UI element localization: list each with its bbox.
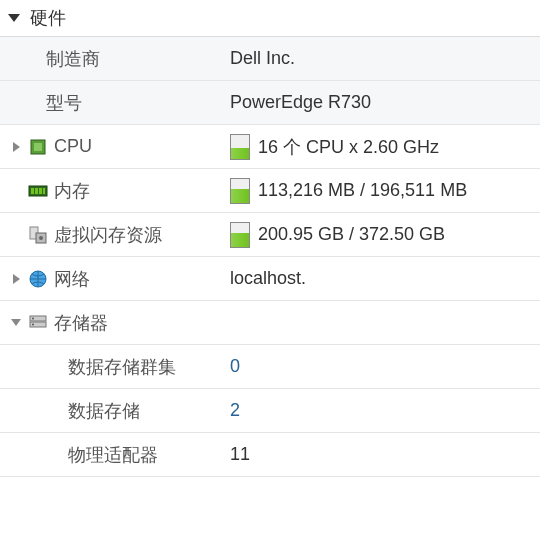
value-cell: PowerEdge R730 [218,92,540,113]
label-phys-adapter: 物理适配器 [68,443,158,467]
svg-rect-6 [43,188,45,194]
storage-icon [28,313,48,333]
row-network[interactable]: 网络 localhost. [0,257,540,301]
memory-usage-fill [231,189,249,203]
value-cell: 2 [218,400,540,421]
triangle-right-icon [13,274,20,284]
triangle-down-icon [8,14,20,22]
value-memory: 113,216 MB / 196,511 MB [258,180,467,201]
label-vflash: 虚拟闪存资源 [54,223,162,247]
value-manufacturer: Dell Inc. [230,48,295,69]
label-cell: 虚拟闪存资源 [0,223,218,247]
triangle-right-icon [13,142,20,152]
memory-icon [28,181,48,201]
value-cell: 16 个 CPU x 2.60 GHz [218,134,540,160]
triangle-down-icon [11,319,21,326]
value-cell: 11 [218,444,540,465]
value-ds-cluster[interactable]: 0 [230,356,240,377]
expand-toggle[interactable] [10,319,22,326]
svg-rect-5 [39,188,42,194]
cpu-usage-bar [230,134,250,160]
label-cell: CPU [0,136,218,157]
label-ds-cluster: 数据存储群集 [68,355,176,379]
label-cell: 型号 [0,91,218,115]
label-cell: 数据存储 [0,399,218,423]
expand-toggle[interactable] [10,274,22,284]
cpu-icon [28,137,48,157]
label-model: 型号 [46,91,82,115]
label-cell: 内存 [0,179,218,203]
label-network: 网络 [54,267,90,291]
row-datastore: 数据存储 2 [0,389,540,433]
row-memory: 内存 113,216 MB / 196,511 MB [0,169,540,213]
section-title: 硬件 [30,6,66,30]
expand-toggle[interactable] [10,142,22,152]
svg-point-13 [32,317,34,319]
label-cell: 数据存储群集 [0,355,218,379]
value-network: localhost. [230,268,306,289]
value-cell: 200.95 GB / 372.50 GB [218,222,540,248]
label-cell: 物理适配器 [0,443,218,467]
svg-rect-3 [31,188,34,194]
label-cell: 制造商 [0,47,218,71]
label-cell: 网络 [0,267,218,291]
svg-rect-1 [34,143,42,151]
svg-point-9 [39,236,43,240]
row-ds-cluster: 数据存储群集 0 [0,345,540,389]
memory-usage-bar [230,178,250,204]
row-manufacturer: 制造商 Dell Inc. [0,37,540,81]
section-header-hardware[interactable]: 硬件 [0,0,540,36]
row-vflash: 虚拟闪存资源 200.95 GB / 372.50 GB [0,213,540,257]
network-globe-icon [28,269,48,289]
value-cpu: 16 个 CPU x 2.60 GHz [258,135,439,159]
label-manufacturer: 制造商 [46,47,100,71]
label-storage: 存储器 [54,311,108,335]
value-cell: 113,216 MB / 196,511 MB [218,178,540,204]
hardware-grid: 制造商 Dell Inc. 型号 PowerEdge R730 CPU 16 个 [0,36,540,477]
label-cpu: CPU [54,136,92,157]
value-phys-adapter: 11 [230,444,250,465]
value-cell: Dell Inc. [218,48,540,69]
svg-rect-4 [35,188,38,194]
vflash-usage-fill [231,233,249,246]
svg-point-14 [32,323,34,325]
row-phys-adapter: 物理适配器 11 [0,433,540,477]
label-datastore: 数据存储 [68,399,140,423]
row-model: 型号 PowerEdge R730 [0,81,540,125]
vflash-icon [28,225,48,245]
label-cell: 存储器 [0,311,218,335]
value-cell: 0 [218,356,540,377]
cpu-usage-fill [231,148,249,159]
vflash-usage-bar [230,222,250,248]
label-memory: 内存 [54,179,90,203]
row-cpu[interactable]: CPU 16 个 CPU x 2.60 GHz [0,125,540,169]
value-cell: localhost. [218,268,540,289]
value-datastore[interactable]: 2 [230,400,240,421]
value-model: PowerEdge R730 [230,92,371,113]
value-vflash: 200.95 GB / 372.50 GB [258,224,445,245]
row-storage[interactable]: 存储器 [0,301,540,345]
